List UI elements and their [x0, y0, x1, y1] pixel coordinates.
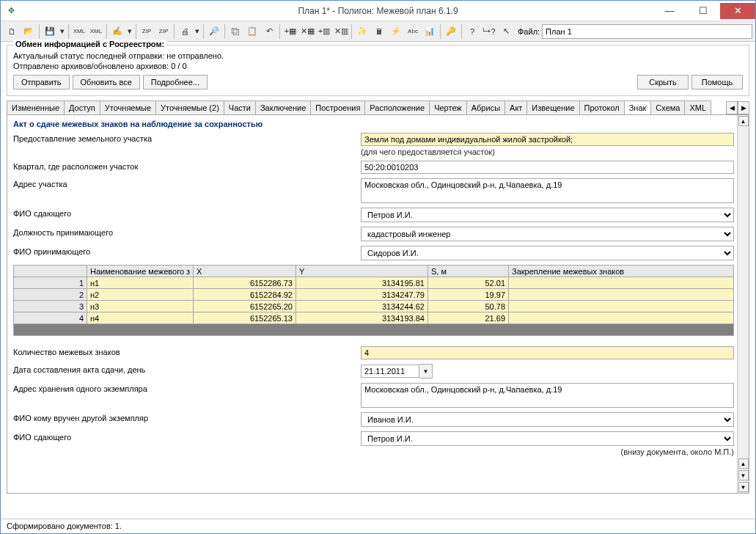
- tab-Акт[interactable]: Акт: [504, 100, 527, 114]
- grid-cell[interactable]: [509, 277, 734, 289]
- zip-icon[interactable]: ZIP: [139, 23, 155, 40]
- tab-scroll-right[interactable]: ▶: [738, 101, 749, 114]
- save-icon[interactable]: 💾: [42, 23, 58, 40]
- more-button[interactable]: Подробнее...: [143, 75, 208, 89]
- send-button[interactable]: Отправить: [13, 75, 70, 89]
- tab-scroll-left[interactable]: ◀: [726, 101, 738, 114]
- select-receiver-position[interactable]: кадастровый инженер: [361, 227, 734, 241]
- tab-Части[interactable]: Части: [224, 100, 256, 114]
- file-input[interactable]: [542, 24, 752, 39]
- help-button[interactable]: Помощь: [691, 75, 743, 89]
- tab-Протокол[interactable]: Протокол: [579, 100, 625, 114]
- grid-header[interactable]: Закрепление межевых знаков: [509, 266, 734, 277]
- col-insert-icon[interactable]: +▥: [316, 23, 332, 40]
- grid-header[interactable]: S, м: [428, 266, 509, 277]
- bolt-icon[interactable]: ⚡: [388, 23, 404, 40]
- print-icon[interactable]: 🖨: [177, 23, 193, 40]
- grid-cell[interactable]: 21.69: [428, 312, 509, 324]
- whatsthis-icon[interactable]: ⮡?: [481, 23, 497, 40]
- tab-Знак[interactable]: Знак: [624, 100, 652, 115]
- date-dropdown-button[interactable]: ▼: [419, 364, 433, 378]
- grid-cell[interactable]: 50.78: [428, 301, 509, 312]
- paste-icon[interactable]: 📋: [244, 23, 260, 40]
- grid-cell[interactable]: 3: [14, 301, 87, 312]
- grid-cell[interactable]: н2: [87, 289, 194, 301]
- table-row[interactable]: 2н26152284.923134247.7919.97: [14, 289, 734, 301]
- input-act-date[interactable]: [361, 365, 419, 378]
- tab-Построения[interactable]: Построения: [310, 100, 365, 114]
- scroll-step-up-button[interactable]: ▲: [738, 458, 749, 469]
- select-receiver-name[interactable]: Сидоров И.И.: [361, 246, 734, 260]
- grid-cell[interactable]: [509, 301, 734, 312]
- undo-icon[interactable]: ↶: [261, 23, 277, 40]
- close-button[interactable]: ✕: [720, 3, 755, 19]
- sign-dropdown-icon[interactable]: ▾: [126, 23, 133, 40]
- grid-cell[interactable]: 3134193.84: [296, 312, 428, 324]
- calc-icon[interactable]: 🖩: [371, 23, 387, 40]
- tab-Расположение[interactable]: Расположение: [364, 100, 430, 114]
- grid-cell[interactable]: 2: [14, 289, 87, 301]
- scroll-step-down-button[interactable]: ▼: [738, 470, 749, 480]
- table-row[interactable]: 1н16152286.733134195.8152.01: [14, 277, 734, 289]
- select-sender-name-bottom[interactable]: Петров И.И.: [361, 431, 734, 446]
- chart-icon[interactable]: 📊: [422, 23, 438, 40]
- tab-Извещение[interactable]: Извещение: [526, 100, 579, 114]
- textarea-address[interactable]: Московская обл., Одинцовский р-н, д.Чапа…: [361, 178, 734, 203]
- maximize-button[interactable]: ☐: [686, 3, 720, 19]
- grid-header[interactable]: Наименование межевого з: [87, 266, 194, 277]
- xml-save-icon[interactable]: XML: [71, 23, 87, 40]
- tab-Уточняемые (2)[interactable]: Уточняемые (2): [155, 100, 224, 114]
- grid-cell[interactable]: [509, 289, 734, 301]
- grid-cell[interactable]: 6152265.20: [194, 301, 296, 312]
- col-delete-icon[interactable]: ✕▥: [333, 23, 349, 40]
- grid-cell[interactable]: н4: [87, 312, 194, 324]
- grid-cell[interactable]: [509, 312, 734, 324]
- grid-cell[interactable]: 4: [14, 312, 87, 324]
- scroll-down-button[interactable]: ▼: [738, 482, 749, 492]
- grid-header[interactable]: [14, 266, 87, 277]
- tab-Схема[interactable]: Схема: [650, 100, 685, 114]
- tab-Измененные[interactable]: Измененные: [7, 100, 65, 114]
- minimize-button[interactable]: —: [653, 3, 686, 19]
- open-icon[interactable]: 📂: [21, 23, 37, 40]
- table-row[interactable]: 4н46152265.133134193.8421.69: [14, 312, 734, 324]
- table-row[interactable]: 3н36152265.203134244.6250.78: [14, 301, 734, 312]
- tab-Абрисы[interactable]: Абрисы: [466, 100, 505, 114]
- select-copy-receiver[interactable]: Иванов И.И.: [361, 412, 734, 427]
- scroll-up-button[interactable]: ▲: [738, 116, 749, 126]
- grid-cell[interactable]: 3134244.62: [296, 301, 428, 312]
- abc-icon[interactable]: Abc: [405, 23, 421, 40]
- row-insert-icon[interactable]: +▦: [282, 23, 298, 40]
- grid-cell[interactable]: 3134247.79: [296, 289, 428, 301]
- grid-cell[interactable]: 3134195.81: [296, 277, 428, 289]
- marks-grid[interactable]: Наименование межевого зXYS, мЗакрепление…: [13, 265, 734, 324]
- tab-XML[interactable]: XML: [684, 100, 711, 114]
- input-land-provision[interactable]: [361, 133, 734, 146]
- hide-button[interactable]: Скрыть: [637, 75, 689, 89]
- vertical-scrollbar[interactable]: ▲ ▲ ▼ ▼: [737, 115, 749, 493]
- grid-cell[interactable]: 6152265.13: [194, 312, 296, 324]
- grid-cell[interactable]: 1: [14, 277, 87, 289]
- refresh-all-button[interactable]: Обновить все: [73, 75, 140, 89]
- zip2-icon[interactable]: ZIP: [155, 23, 172, 40]
- wand-icon[interactable]: ✨: [354, 23, 370, 40]
- xml-open-icon[interactable]: XML: [88, 23, 104, 40]
- select-sender-name[interactable]: Петров И.И.: [361, 208, 734, 222]
- grid-header[interactable]: X: [194, 266, 296, 277]
- input-quarter[interactable]: [361, 161, 734, 174]
- preview-icon[interactable]: 🔎: [206, 23, 222, 40]
- save-dropdown-icon[interactable]: ▾: [59, 23, 66, 40]
- help-icon[interactable]: ?: [464, 23, 480, 40]
- copy-icon[interactable]: ⿻: [227, 23, 243, 40]
- grid-cell[interactable]: н1: [87, 277, 194, 289]
- textarea-storage-address[interactable]: Московская обл., Одинцовский р-н, д.Чапа…: [361, 383, 734, 408]
- tab-Заключение[interactable]: Заключение: [255, 100, 311, 114]
- grid-cell[interactable]: 52.01: [428, 277, 509, 289]
- row-delete-icon[interactable]: ✕▦: [299, 23, 315, 40]
- tab-Уточняемые[interactable]: Уточняемые: [100, 100, 156, 114]
- grid-cell[interactable]: 6152284.92: [194, 289, 296, 301]
- print-dropdown-icon[interactable]: ▾: [194, 23, 201, 40]
- grid-cell[interactable]: 19.97: [428, 289, 509, 301]
- cursor-icon[interactable]: ↖: [498, 23, 514, 40]
- grid-cell[interactable]: 6152286.73: [194, 277, 296, 289]
